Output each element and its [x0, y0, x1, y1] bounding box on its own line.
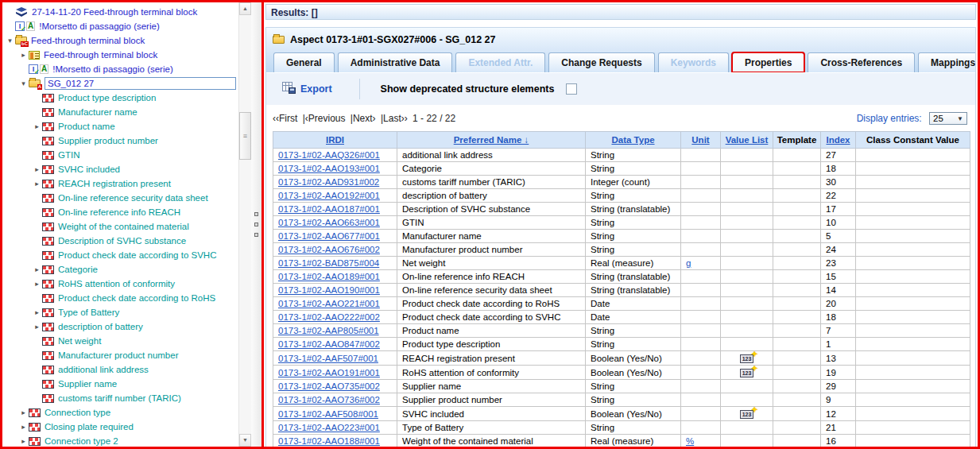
- value-list-icon[interactable]: 123✦: [740, 410, 754, 419]
- tree-item-weight-of-the-contained-material[interactable]: Weight of the contained material: [2, 219, 238, 234]
- irdi-link[interactable]: 0173-1#02-AAO735#002: [278, 381, 380, 391]
- tree-item-on-line-reference-security-data-sheet[interactable]: On-line reference security data sheet: [2, 191, 238, 205]
- expand-arrow-icon[interactable]: ▸: [18, 437, 29, 445]
- scrollbar-thumb[interactable]: ≡: [239, 112, 251, 160]
- tree-item-morsetto-di-passaggio-serie[interactable]: IA!Morsetto di passaggio (serie): [2, 62, 238, 76]
- expand-arrow-icon[interactable]: ▸: [18, 408, 29, 416]
- irdi-link[interactable]: 0173-1#02-AAF508#001: [278, 409, 378, 419]
- pagination-first[interactable]: ‹‹First: [273, 113, 297, 124]
- value-list-icon[interactable]: 123✦: [740, 354, 754, 363]
- tab-properties[interactable]: Properties: [732, 52, 804, 72]
- value-list-icon[interactable]: 123✦: [740, 369, 754, 377]
- tree-item-product-check-date-according-to-svhc[interactable]: Product check date according to SVHC: [2, 248, 238, 262]
- collapse-arrow-icon[interactable]: ▾: [18, 79, 29, 87]
- tree-item-label: Type of Battery: [58, 308, 119, 317]
- tree-item-27-14-11-20-feed-through-terminal-block[interactable]: 27-14-11-20 Feed-through terminal block: [2, 5, 238, 19]
- irdi-link[interactable]: 0173-1#02-AAO223#001: [278, 423, 380, 432]
- irdi-link[interactable]: 0173-1#02-AAO193#001: [278, 164, 380, 173]
- tree-item-on-line-reference-info-reach[interactable]: On-line reference info REACH: [2, 205, 238, 219]
- tree-item-closing-plate-required[interactable]: ▸Closing plate required: [2, 420, 238, 434]
- column-header-data-type[interactable]: Data Type: [586, 132, 681, 149]
- column-header-irdi[interactable]: IRDI: [273, 132, 397, 149]
- tab-general[interactable]: General: [273, 52, 335, 72]
- irdi-link[interactable]: 0173-1#02-AAO191#001: [278, 368, 380, 377]
- irdi-link[interactable]: 0173-1#02-AAO736#002: [278, 395, 380, 404]
- irdi-link[interactable]: 0173-1#02-AAO222#002: [278, 312, 380, 322]
- tree-item-svhc-included[interactable]: ▸SVHC included: [2, 162, 238, 176]
- tree-item-categorie[interactable]: ▸Categorie: [2, 262, 238, 277]
- irdi-link[interactable]: 0173-1#02-BAD875#004: [278, 258, 379, 268]
- tree-item-net-weight[interactable]: Net weight: [2, 334, 238, 348]
- tree-item-morsetto-di-passaggio-serie[interactable]: IA!Morsetto di passaggio (serie): [2, 19, 238, 33]
- index-cell: 27: [821, 149, 856, 162]
- column-header-value-list[interactable]: Value List: [721, 132, 773, 149]
- irdi-link[interactable]: 0173-1#02-AAO189#001: [278, 272, 380, 281]
- collapse-arrow-icon[interactable]: ▾: [5, 37, 15, 45]
- tab-cross-references[interactable]: Cross-References: [808, 52, 915, 72]
- tree-item-reach-registration-present[interactable]: ▸REACH registration present: [2, 176, 238, 191]
- irdi-link[interactable]: 0173-1#02-AAO676#002: [278, 245, 380, 254]
- tree-item-manufacturer-name[interactable]: Manufacturer name: [2, 105, 238, 119]
- tree-item-supplier-product-number[interactable]: Supplier product number: [2, 134, 238, 148]
- irdi-link[interactable]: 0173-1#02-AAO187#001: [278, 204, 380, 214]
- display-entries-select[interactable]: 25 ▼: [929, 112, 967, 125]
- unit-link[interactable]: %: [686, 436, 694, 446]
- tree-item-feed-through-terminal-block[interactable]: ▾bCFeed-through terminal block: [2, 33, 238, 48]
- irdi-link[interactable]: 0173-1#02-AAO221#001: [278, 299, 380, 308]
- irdi-link[interactable]: 0173-1#02-AAO663#001: [278, 218, 380, 227]
- tree-item-connection-type[interactable]: ▸Connection type: [2, 405, 238, 420]
- tree-item-description-of-battery[interactable]: ▸description of battery: [2, 319, 238, 334]
- pagination-previous[interactable]: |‹Previous: [303, 113, 346, 124]
- expand-arrow-icon[interactable]: ▸: [18, 51, 29, 59]
- irdi-link[interactable]: 0173-1#02-AAP805#001: [278, 326, 379, 335]
- tree-item-description-of-svhc-substance[interactable]: Description of SVHC substance: [2, 234, 238, 248]
- irdi-link[interactable]: 0173-1#02-AAO192#001: [278, 191, 380, 200]
- irdi-link[interactable]: 0173-1#02-AAO847#002: [278, 339, 380, 349]
- unit-link[interactable]: g: [686, 258, 691, 268]
- expand-arrow-icon[interactable]: ▸: [32, 280, 42, 288]
- panel-splitter[interactable]: [251, 2, 261, 447]
- expand-arrow-icon[interactable]: ▸: [18, 423, 29, 431]
- tab-administrative-data[interactable]: Administrative Data: [338, 52, 453, 72]
- tree-item-product-check-date-according-to-rohs[interactable]: Product check date according to RoHS: [2, 291, 238, 305]
- scroll-up-icon[interactable]: ▲: [239, 2, 251, 15]
- tree-item-gtin[interactable]: GTIN: [2, 148, 238, 162]
- selected-tree-item-box[interactable]: SG_012 27: [45, 77, 236, 90]
- tree-item-feed-through-terminal-block[interactable]: ▸Feed-through terminal block: [2, 48, 238, 62]
- tree-scrollbar[interactable]: ▲ ≡ ▼: [238, 2, 251, 447]
- expand-arrow-icon[interactable]: ▸: [32, 165, 42, 173]
- tree-item-type-of-battery[interactable]: ▸Type of Battery: [2, 305, 238, 319]
- tree-item-rohs-attention-of-conformity[interactable]: ▸RoHS attention of conformity: [2, 277, 238, 291]
- tree-item-additional-link-address[interactable]: additional link address: [2, 362, 238, 377]
- expand-arrow-icon[interactable]: ▸: [32, 265, 42, 273]
- expand-arrow-icon[interactable]: ▸: [32, 323, 42, 331]
- column-header-unit[interactable]: Unit: [681, 132, 721, 149]
- tree-item-customs-tariff-number-taric[interactable]: customs tariff number (TARIC): [2, 391, 238, 405]
- expand-arrow-icon[interactable]: ▸: [32, 180, 42, 188]
- pagination-next[interactable]: |Next›: [351, 113, 376, 124]
- irdi-link[interactable]: 0173-1#02-AAO190#001: [278, 285, 380, 295]
- unit-cell: [681, 230, 721, 243]
- irdi-link[interactable]: 0173-1#02-AAD931#002: [278, 177, 379, 187]
- irdi-link[interactable]: 0173-1#02-AAF507#001: [278, 354, 378, 363]
- tree-item-product-name[interactable]: ▸Product name: [2, 119, 238, 134]
- tree-item-supplier-name[interactable]: Supplier name: [2, 377, 238, 391]
- column-header-index[interactable]: Index: [821, 132, 856, 149]
- irdi-link[interactable]: 0173-1#02-AAO188#001: [278, 436, 380, 446]
- scrollbar-track[interactable]: ≡: [239, 15, 251, 434]
- irdi-link[interactable]: 0173-1#02-AAQ326#001: [278, 150, 380, 160]
- irdi-link[interactable]: 0173-1#02-AAO677#001: [278, 231, 380, 241]
- show-deprecated-checkbox[interactable]: [566, 83, 577, 95]
- tree-item-manufacturer-product-number[interactable]: Manufacturer product number: [2, 348, 238, 362]
- tree-item-connection-type-2[interactable]: ▸Connection type 2: [2, 434, 238, 447]
- scroll-down-icon[interactable]: ▼: [239, 434, 251, 447]
- tree-item-sg-012-27[interactable]: ▾ASG_012 27: [2, 76, 238, 91]
- expand-arrow-icon[interactable]: ▸: [32, 122, 42, 130]
- pagination-last[interactable]: |Last››: [381, 113, 408, 124]
- expand-arrow-icon[interactable]: ▸: [32, 308, 42, 316]
- export-button[interactable]: Export: [282, 82, 332, 96]
- tab-change-requests[interactable]: Change Requests: [548, 52, 654, 72]
- tree-item-product-type-description[interactable]: Product type description: [2, 91, 238, 105]
- column-header-preferred-name[interactable]: Preferred Name ↓: [397, 132, 586, 149]
- tab-mappings[interactable]: Mappings: [918, 52, 976, 72]
